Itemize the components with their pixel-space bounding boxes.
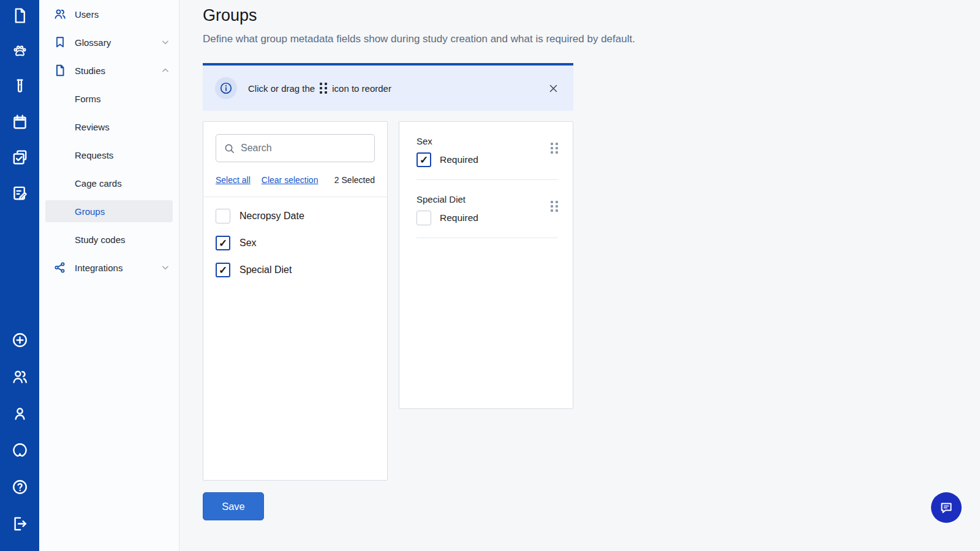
save-button[interactable]: Save [203,492,264,520]
rail-bottom-group [9,329,30,534]
sidebar-item-cage-cards[interactable]: Cage cards [39,169,179,197]
chevron-down-icon [160,263,170,272]
chevron-up-icon [160,66,170,75]
required-label: Required [440,154,478,165]
search-box [216,134,375,162]
sidebar-item-label: Requests [75,150,113,160]
drag-handle-icon[interactable] [551,201,558,212]
document-icon[interactable] [9,5,30,26]
sidebar-item-integrations[interactable]: Integrations [39,253,179,282]
sidebar-item-label: Users [75,9,99,20]
selection-links-row: Select all Clear selection 2 Selected [216,175,375,185]
sidebar-item-label: Integrations [75,263,123,273]
test-tube-icon[interactable] [9,76,30,97]
clear-selection-link[interactable]: Clear selection [262,175,318,185]
sidebar-item-requests[interactable]: Requests [39,141,179,169]
select-all-link[interactable]: Select all [216,175,251,185]
sidebar-item-glossary[interactable]: Glossary [39,28,179,56]
field-row-special-diet[interactable]: Special Diet [216,263,375,277]
required-label: Required [440,212,478,223]
checkbox[interactable] [216,263,230,277]
chat-feedback-button[interactable] [931,492,962,523]
close-icon[interactable] [546,81,561,96]
users-icon [53,7,67,21]
required-row: Required [417,211,558,225]
person-icon[interactable] [9,403,30,424]
bookmark-icon [53,35,67,50]
sidebar-item-label: Groups [75,206,105,217]
tasks-icon[interactable] [9,147,30,168]
page-title: Groups [203,6,257,25]
sidebar-item-reviews[interactable]: Reviews [39,113,179,141]
paw-icon[interactable] [9,40,30,61]
logout-icon[interactable] [9,513,30,534]
sidebar-item-groups[interactable]: Groups [45,200,173,222]
available-fields-panel: Select all Clear selection 2 Selected Ne… [203,121,388,481]
edit-note-icon[interactable] [9,182,30,203]
selected-field-sex: Sex Required [417,122,558,180]
drag-dots-icon [320,83,327,94]
sidebar-item-label: Cage cards [75,178,122,189]
sidebar-item-label: Reviews [75,122,110,132]
field-row-necropsy-date[interactable]: Necropsy Date [216,209,375,223]
required-checkbox[interactable] [417,211,431,225]
selected-field-label: Special Diet [417,194,558,204]
selected-field-special-diet: Special Diet Required [417,180,558,238]
chat-bubble-icon [939,500,954,515]
sidebar-item-label: Study codes [75,234,126,245]
sidebar-item-forms[interactable]: Forms [39,84,179,113]
users-icon[interactable] [9,366,30,387]
checkbox[interactable] [216,236,230,250]
document-icon [53,63,67,78]
banner-text: Click or drag the icon to reorder [248,83,391,94]
plus-circle-icon[interactable] [9,329,30,350]
required-checkbox[interactable] [417,152,431,167]
sidebar-item-label: Glossary [75,37,111,48]
sidebar-item-study-codes[interactable]: Study codes [39,225,179,253]
broadcast-icon[interactable] [9,440,30,460]
sidebar-item-label: Studies [75,66,105,76]
nav-sidebar: Users Glossary Studies Forms Reviews Req… [39,0,179,551]
required-row: Required [417,152,558,167]
selected-fields-panel: Sex Required Special Diet Required [399,121,573,409]
search-icon [224,143,235,154]
sidebar-item-label: Forms [75,94,101,104]
field-row-sex[interactable]: Sex [216,236,375,250]
field-label: Special Diet [239,264,292,276]
selected-field-label: Sex [417,136,558,146]
sidebar-item-studies[interactable]: Studies [39,56,179,84]
share-icon [53,260,67,275]
page-subtitle: Define what group metadata fields show d… [203,33,635,45]
checkbox[interactable] [216,209,230,223]
help-icon[interactable] [9,476,30,497]
banner-text-after: icon to reorder [332,83,391,94]
search-input[interactable] [241,143,367,154]
banner-text-before: Click or drag the [248,83,315,94]
info-icon [215,77,237,99]
sidebar-item-users[interactable]: Users [39,0,179,28]
icon-rail [0,0,39,551]
drag-handle-icon[interactable] [551,143,558,154]
field-label: Sex [239,238,257,249]
selected-count: 2 Selected [334,175,375,185]
calendar-icon[interactable] [9,111,30,132]
fields-panel-header: Select all Clear selection 2 Selected [203,122,387,197]
field-label: Necropsy Date [239,211,304,222]
fields-checkbox-list: Necropsy Date Sex Special Diet [203,197,387,301]
selected-fields-list: Sex Required Special Diet Required [399,122,573,238]
reorder-info-banner: Click or drag the icon to reorder [203,63,573,111]
chevron-down-icon [160,37,170,47]
